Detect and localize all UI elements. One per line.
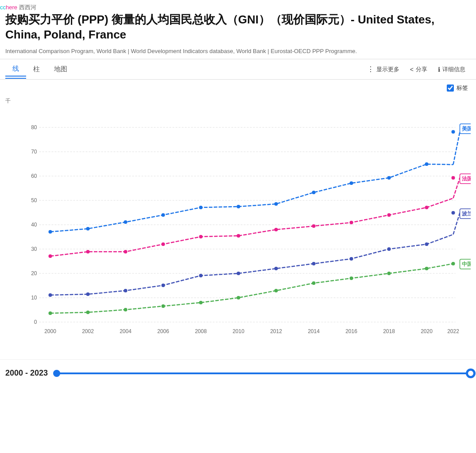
svg-text:2010: 2010	[232, 328, 244, 334]
china-dot-2014	[312, 281, 316, 285]
title-section: 按购买力平价 (PPP) 衡量的人均国民总收入（GNI）（现价国际元）- Uni…	[0, 0, 476, 59]
details-button[interactable]: ℹ 详细信息	[433, 63, 471, 76]
svg-text:60: 60	[31, 173, 37, 179]
chart-area: 标签 千 80 70 60 50 40 30 20 10	[0, 80, 476, 355]
usa-dot-2016	[350, 181, 353, 185]
tab-line[interactable]: 线	[5, 62, 26, 77]
france-dot-2014	[312, 224, 316, 228]
timeline-section: 2000 - 2023	[0, 359, 476, 387]
info-icon: ℹ	[438, 66, 440, 73]
slider-thumb-right[interactable]	[467, 370, 474, 377]
usa-dot-2020	[425, 162, 429, 166]
watermark-cc: cc	[0, 4, 6, 11]
svg-text:2006: 2006	[157, 328, 169, 334]
share-label: 分享	[416, 65, 427, 73]
poland-dot-2020	[425, 242, 429, 246]
chart-controls: 线 柱 地图 ⋮ 显示更多 < 分享 ℹ 详细信息	[0, 59, 476, 80]
svg-text:70: 70	[31, 149, 37, 155]
svg-text:2012: 2012	[270, 328, 282, 334]
watermark-chinese: 西西河	[17, 4, 36, 11]
france-line	[50, 198, 453, 256]
data-source: International Comparison Program, World …	[5, 47, 471, 56]
france-dot-2002	[86, 250, 90, 253]
usa-label: 美国	[461, 126, 471, 132]
france-dot-2012	[275, 228, 278, 231]
poland-dot-2000	[49, 293, 52, 297]
show-more-label: 显示更多	[376, 65, 399, 73]
show-more-button[interactable]: ⋮ 显示更多	[362, 62, 405, 76]
usa-dot-2014	[312, 191, 316, 194]
svg-text:50: 50	[31, 197, 37, 203]
svg-text:2022: 2022	[447, 328, 459, 334]
china-line	[50, 264, 453, 313]
watermark: cchere 西西河	[0, 4, 36, 12]
poland-dot-2010	[237, 272, 240, 275]
chart-svg: 80 70 60 50 40 30 20 10 0 2000 2002 2004…	[19, 101, 471, 349]
tab-bar[interactable]: 柱	[26, 62, 47, 76]
france-dot-2006	[162, 242, 165, 246]
page-title: 按购买力平价 (PPP) 衡量的人均国民总收入（GNI）（现价国际元）- Uni…	[5, 12, 471, 42]
svg-text:2014: 2014	[308, 328, 320, 334]
china-dot-2020	[425, 267, 429, 270]
poland-label: 波兰	[462, 211, 471, 217]
svg-text:30: 30	[31, 246, 37, 252]
poland-dot-2018	[387, 247, 391, 251]
poland-dot-2014	[312, 262, 316, 265]
france-dot-2008	[199, 235, 203, 238]
france-dot-2004	[124, 250, 128, 253]
svg-text:2016: 2016	[345, 328, 357, 334]
dots-icon: ⋮	[367, 65, 374, 73]
china-dot-2000	[49, 311, 52, 315]
poland-dot-2008	[199, 274, 203, 277]
china-dot-2016	[350, 276, 353, 280]
y-axis-label: 千	[5, 97, 11, 105]
france-dot-2016	[350, 221, 353, 224]
watermark-here: here	[6, 4, 17, 11]
france-dot-2020	[425, 206, 429, 209]
france-dot-2022	[452, 176, 455, 180]
share-icon: <	[410, 66, 414, 73]
france-dot-2010	[237, 234, 240, 238]
france-label: 法国	[462, 176, 471, 182]
svg-text:2008: 2008	[195, 328, 207, 334]
china-dot-2010	[237, 296, 240, 299]
svg-text:80: 80	[31, 124, 37, 131]
poland-line	[50, 234, 453, 295]
usa-dot-2002	[86, 227, 90, 230]
usa-line-extend	[453, 132, 460, 165]
poland-dot-2022	[452, 211, 455, 215]
svg-text:2000: 2000	[44, 328, 56, 334]
slider-thumb-left[interactable]	[53, 370, 60, 377]
svg-text:2018: 2018	[383, 328, 395, 334]
tab-map[interactable]: 地图	[47, 62, 74, 76]
svg-text:0: 0	[34, 319, 37, 325]
details-label: 详细信息	[442, 65, 465, 73]
svg-text:2020: 2020	[421, 328, 433, 334]
timeline-label: 2000 - 2023	[5, 369, 48, 378]
china-dot-2022	[452, 262, 455, 265]
svg-text:40: 40	[31, 222, 37, 228]
france-dot-2000	[49, 254, 52, 258]
china-label: 中国	[462, 261, 471, 267]
svg-text:10: 10	[31, 295, 37, 301]
poland-dot-2016	[350, 257, 353, 261]
svg-text:20: 20	[31, 270, 37, 276]
slider-track-active	[57, 372, 471, 374]
share-button[interactable]: < 分享	[405, 63, 433, 76]
france-line-extend	[453, 178, 460, 198]
usa-dot-2010	[237, 205, 240, 208]
poland-dot-2002	[86, 292, 90, 296]
poland-dot-2012	[275, 267, 278, 270]
poland-dot-2004	[124, 289, 128, 292]
china-dot-2008	[199, 301, 203, 304]
china-dot-2004	[124, 308, 128, 311]
svg-text:2002: 2002	[82, 328, 94, 334]
slider-container[interactable]	[57, 369, 471, 378]
usa-dot-2006	[162, 213, 165, 217]
usa-line	[50, 164, 453, 232]
usa-dot-2004	[124, 220, 128, 224]
usa-dot-2022	[452, 130, 455, 134]
china-dot-2012	[275, 289, 278, 292]
usa-dot-2000	[49, 230, 52, 234]
china-dot-2002	[86, 311, 90, 314]
